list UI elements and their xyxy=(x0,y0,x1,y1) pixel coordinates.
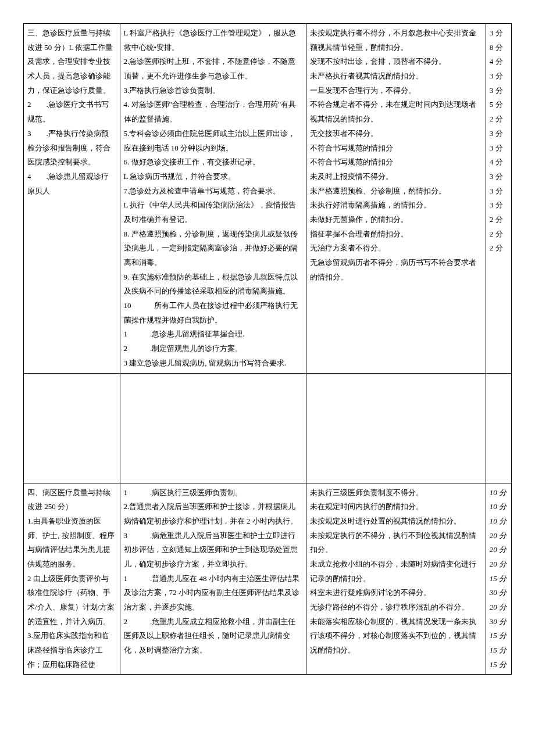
evaluation-table: 三、急诊医疗质量与持续改进 50 分）L 依据工作量及需求，合理安排专业技术人员… xyxy=(23,23,512,675)
scoring-cell: 未按规定执行者不得分，不月叙急救中心安排资金额视其情节轻重，酌情扣分。发现不按时… xyxy=(306,24,486,374)
spacer-cell xyxy=(486,373,511,483)
spacer-cell xyxy=(24,373,120,483)
standard-cell: 1 .病区执行三级医师负责制。2.普通患者入院后当班医师和护士接诊，并根据病儿病… xyxy=(120,483,306,675)
standard-cell: L 科室严格执行《急诊医疗工作管理规定》，服从急救中心统•安排。2.急诊医师按时… xyxy=(120,24,306,374)
spacer-row xyxy=(24,373,512,483)
points-cell: 3 分8 分4 分3 分3 分5 分2 分3 分3 分4 分3 分3 分3 分2… xyxy=(486,24,511,374)
spacer-cell xyxy=(306,373,486,483)
spacer-cell xyxy=(120,373,306,483)
table-row: 三、急诊医疗质量与持续改进 50 分）L 依据工作量及需求，合理安排专业技术人员… xyxy=(24,24,512,374)
scoring-cell: 未执行三级医师负责制度不得分。未在规定时间内执行的酌情扣分。未按规定及时进行处置… xyxy=(306,483,486,675)
document-page: 三、急诊医疗质量与持续改进 50 分）L 依据工作量及需求，合理安排专业技术人员… xyxy=(23,23,512,675)
criteria-cell: 三、急诊医疗质量与持续改进 50 分）L 依据工作量及需求，合理安排专业技术人员… xyxy=(24,24,120,374)
points-cell: 10 分10 分10 分20 分20 分20 分15 分30 分20 分30 分… xyxy=(486,483,511,675)
criteria-cell: 四、病区医疗质量与持续改进 250 分）1.由具备职业资质的医师、护士, 按照制… xyxy=(24,483,120,675)
table-row: 四、病区医疗质量与持续改进 250 分）1.由具备职业资质的医师、护士, 按照制… xyxy=(24,483,512,675)
